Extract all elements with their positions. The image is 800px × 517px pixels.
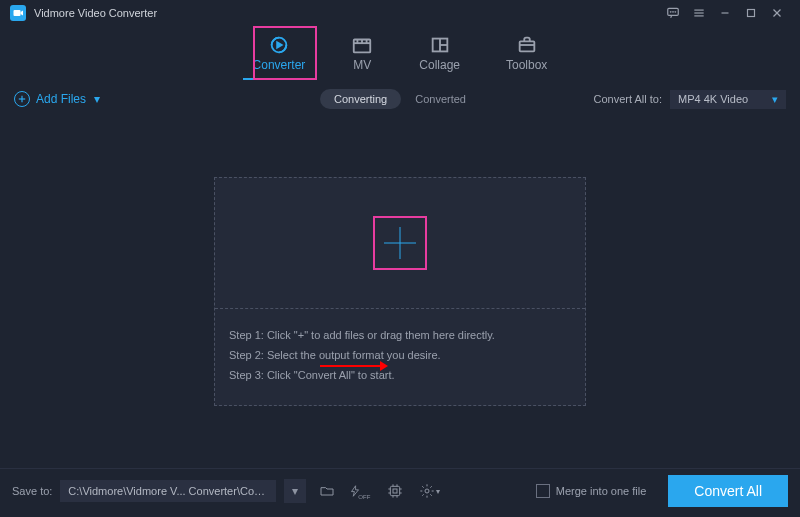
chevron-down-icon: ▾ <box>94 92 100 106</box>
status-segment: Converting Converted <box>320 89 480 109</box>
svg-rect-28 <box>393 489 397 493</box>
segment-converting[interactable]: Converting <box>320 89 401 109</box>
tab-mv[interactable]: MV <box>345 34 379 78</box>
chevron-down-icon: ▾ <box>292 484 298 498</box>
settings-icon[interactable]: ▾ <box>416 479 442 503</box>
checkbox-icon <box>536 484 550 498</box>
merge-label: Merge into one file <box>556 485 647 497</box>
segment-converted[interactable]: Converted <box>401 89 480 109</box>
toolbox-icon <box>516 36 538 54</box>
tab-converter[interactable]: Converter <box>247 34 312 78</box>
feedback-icon[interactable] <box>660 0 686 26</box>
open-folder-icon[interactable] <box>314 479 340 503</box>
tab-label: Collage <box>419 58 460 72</box>
dropzone[interactable]: Step 1: Click "+" to add files or drag t… <box>214 177 586 406</box>
titlebar: Vidmore Video Converter <box>0 0 800 26</box>
app-logo <box>10 5 26 21</box>
mv-icon <box>351 36 373 54</box>
svg-point-4 <box>675 12 676 13</box>
add-files-label: Add Files <box>36 92 86 106</box>
collage-icon <box>429 36 451 54</box>
menu-icon[interactable] <box>686 0 712 26</box>
add-files-plus[interactable] <box>373 216 427 270</box>
footer: Save to: C:\Vidmore\Vidmore V... Convert… <box>0 468 800 513</box>
close-button[interactable] <box>764 0 790 26</box>
svg-rect-0 <box>14 10 21 16</box>
convert-all-to: Convert All to: MP4 4K Video ▾ <box>594 90 786 109</box>
save-path-dropdown[interactable]: ▾ <box>284 479 306 503</box>
maximize-button[interactable] <box>738 0 764 26</box>
app-title: Vidmore Video Converter <box>34 7 157 19</box>
tab-toolbox[interactable]: Toolbox <box>500 34 553 78</box>
svg-rect-27 <box>391 486 400 495</box>
step-3: Step 3: Click "Convert All" to start. <box>229 369 571 381</box>
main-area: Step 1: Click "+" to add files or drag t… <box>0 114 800 468</box>
plus-circle-icon <box>14 91 30 107</box>
tab-label: Toolbox <box>506 58 547 72</box>
step-2: Step 2: Select the output format you des… <box>229 349 571 361</box>
converter-icon <box>268 36 290 54</box>
tab-label: Converter <box>253 58 306 72</box>
gpu-icon[interactable] <box>382 479 408 503</box>
add-files-button[interactable]: Add Files ▾ <box>14 91 100 107</box>
dropzone-top <box>215 178 585 308</box>
format-select[interactable]: MP4 4K Video ▾ <box>670 90 786 109</box>
svg-point-3 <box>673 12 674 13</box>
format-selected-label: MP4 4K Video <box>678 93 748 105</box>
merge-checkbox[interactable]: Merge into one file <box>536 484 647 498</box>
tab-label: MV <box>353 58 371 72</box>
tab-collage[interactable]: Collage <box>413 34 466 78</box>
convert-all-button[interactable]: Convert All <box>668 475 788 507</box>
svg-rect-21 <box>519 41 534 51</box>
svg-point-37 <box>425 489 429 493</box>
minimize-button[interactable] <box>712 0 738 26</box>
save-to-label: Save to: <box>12 485 52 497</box>
step-1: Step 1: Click "+" to add files or drag t… <box>229 329 571 341</box>
save-path-field[interactable]: C:\Vidmore\Vidmore V... Converter\Conver… <box>60 480 276 502</box>
toolbar: Add Files ▾ Converting Converted Convert… <box>0 84 800 114</box>
flash-off-icon[interactable]: OFF <box>348 479 374 503</box>
chevron-down-icon: ▾ <box>772 93 778 106</box>
svg-point-2 <box>670 12 671 13</box>
svg-rect-9 <box>748 10 755 17</box>
convert-all-to-label: Convert All to: <box>594 93 662 105</box>
main-tabs: Converter MV Collage Toolbox <box>0 26 800 78</box>
instruction-steps: Step 1: Click "+" to add files or drag t… <box>215 309 585 405</box>
